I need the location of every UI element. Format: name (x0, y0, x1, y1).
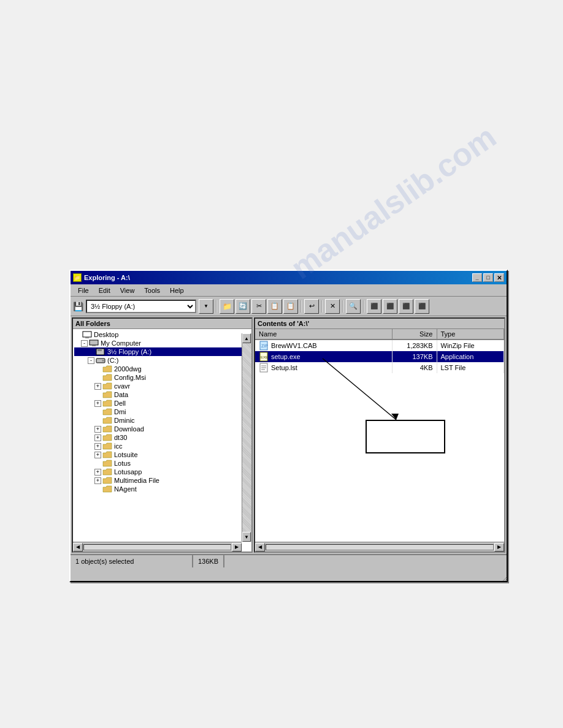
tree-item-multimediafile[interactable]: + Multimedia File (74, 476, 250, 485)
folder-icon-multimediafile (102, 477, 112, 484)
folder-panel-header: All Folders (73, 319, 251, 329)
right-hscroll-right-btn[interactable]: ▶ (494, 543, 504, 552)
tree-item-configmsi[interactable]: Config.Msi (74, 373, 250, 382)
folder-icon-icc (102, 442, 112, 450)
tree-label-configmsi: Config.Msi (114, 374, 146, 381)
toolbar-view-btn4[interactable]: ⬛ (415, 299, 429, 314)
tree-item-data[interactable]: Data (74, 390, 250, 399)
folder-icon-2000dwg (102, 365, 112, 373)
tree-item-mycomputer[interactable]: - My Computer (74, 339, 250, 347)
tree-item-nagent[interactable]: NAgent (74, 485, 250, 493)
tree-item-dt30[interactable]: + dt30 (74, 433, 250, 442)
tree-item-lotusapp[interactable]: + Lotusapp (74, 468, 250, 476)
toolbar-undo-btn[interactable]: ↩ (304, 299, 319, 314)
tree-item-cdrive[interactable]: - (C:) (74, 356, 250, 365)
tree-label-dt30: dt30 (114, 434, 127, 441)
right-hscroll-left-btn[interactable]: ◀ (255, 543, 265, 552)
tree-item-desktop[interactable]: Desktop (74, 330, 250, 339)
tree-label-lotsuite: Lotsuite (114, 451, 138, 458)
explorer-icon: 📁 (73, 273, 82, 282)
menu-tools[interactable]: Tools (139, 286, 165, 295)
resize-grip[interactable] (497, 571, 507, 581)
tree-item-dminic[interactable]: Dminic (74, 416, 250, 425)
expand-icc[interactable]: + (94, 443, 101, 450)
tree-item-dmi[interactable]: Dmi (74, 408, 250, 416)
col-header-name[interactable]: Name (255, 329, 392, 339)
svg-rect-2 (90, 340, 98, 345)
toolbar-paste-btn[interactable]: 📋 (283, 299, 298, 314)
expand-download[interactable]: + (94, 426, 101, 433)
tree-label-nagent: NAgent (114, 485, 137, 493)
minimize-button[interactable]: _ (472, 273, 482, 282)
toolbar-refresh-btn[interactable]: 🔄 (236, 299, 250, 314)
file-row-brewwv1[interactable]: ZIP BrewWV1.CAB 1,283KB WinZip File (255, 339, 504, 351)
svg-line-19 (505, 579, 507, 581)
toolbar-separator-4 (342, 300, 343, 313)
svg-text:ZIP: ZIP (261, 344, 268, 348)
expand-dell[interactable]: + (94, 400, 101, 407)
tree-label-cvavr: cvavr (114, 382, 130, 390)
tree-item-dell[interactable]: + Dell (74, 399, 250, 408)
expand-dt30[interactable]: + (94, 434, 101, 441)
close-button[interactable]: ✕ (494, 273, 504, 282)
desktop-icon (82, 331, 92, 338)
tree-item-cvavr[interactable]: + cvavr (74, 382, 250, 390)
expand-cvavr[interactable]: + (94, 383, 101, 390)
menu-help[interactable]: Help (165, 286, 189, 295)
left-vscroll-up-btn[interactable]: ▲ (242, 333, 251, 343)
left-vscroll-down-btn[interactable]: ▼ (242, 532, 251, 542)
status-selected: 1 object(s) selected (71, 555, 193, 567)
left-panel-hscrollbar[interactable]: ◀ ▶ (73, 542, 242, 552)
tree-label-floppy: 3½ Floppy (A:) (107, 348, 151, 355)
menu-view[interactable]: View (115, 286, 140, 295)
left-panel-vscrollbar: ▲ ▼ (242, 333, 251, 542)
expand-lotsuite[interactable]: + (94, 452, 101, 458)
file-row-setuplst[interactable]: Setup.lst 4KB LST File (255, 362, 504, 373)
tree-item-icc[interactable]: + icc (74, 442, 250, 450)
left-hscroll-left-btn[interactable]: ◀ (73, 543, 83, 552)
dropdown-arrow-button[interactable]: ▼ (199, 299, 213, 314)
menu-edit[interactable]: Edit (94, 286, 115, 295)
left-hscroll-right-btn[interactable]: ▶ (232, 543, 242, 552)
folder-icon-lotus (102, 460, 112, 467)
toolbar-copy-btn[interactable]: 📋 (267, 299, 282, 314)
maximize-button[interactable]: □ (483, 273, 493, 282)
file-type-setupexe: Application (437, 351, 504, 362)
folder-tree: Desktop - My Computer (73, 329, 251, 547)
svg-rect-0 (83, 332, 91, 337)
tree-item-lotus[interactable]: Lotus (74, 459, 250, 468)
toolbar-search-btn[interactable]: 🔍 (346, 299, 361, 314)
toolbar-view-btn2[interactable]: ⬛ (383, 299, 397, 314)
col-header-size[interactable]: Size (392, 329, 437, 339)
tree-item-2000dwg[interactable]: 2000dwg (74, 365, 250, 373)
expand-multimediafile[interactable]: + (94, 477, 101, 484)
toolbar-view-btn3[interactable]: ⬛ (399, 299, 413, 314)
svg-line-18 (503, 577, 507, 581)
toolbar-cut-btn[interactable]: ✂ (251, 299, 266, 314)
file-panel-header: Contents of 'A:\' (255, 319, 504, 329)
tree-label-multimediafile: Multimedia File (114, 477, 159, 484)
floppy-icon (96, 348, 105, 355)
toolbar-view-btn1[interactable]: ⬛ (367, 299, 381, 314)
expand-lotusapp[interactable]: + (94, 469, 101, 476)
zip-file-icon: ZIP (259, 341, 269, 351)
toolbar-folder-btn[interactable]: 📁 (220, 299, 234, 314)
toolbar-separator-5 (363, 300, 364, 313)
expand-cdrive[interactable]: - (88, 357, 94, 364)
svg-rect-1 (85, 337, 89, 338)
svg-rect-5 (98, 349, 102, 351)
right-hscroll-track (266, 544, 494, 550)
tree-item-lotsuite[interactable]: + Lotsuite (74, 450, 250, 459)
tree-label-dmi: Dmi (114, 408, 126, 415)
address-select[interactable]: 3½ Floppy (A:) (86, 300, 196, 313)
file-row-setupexe[interactable]: EXE setup.exe 137KB Application (255, 351, 504, 362)
tree-label-dell: Dell (114, 400, 126, 407)
file-table: Name Size Type ZIP (255, 329, 504, 373)
file-panel: Contents of 'A:\' Name Size Type (254, 317, 505, 553)
tree-item-download[interactable]: + Download (74, 425, 250, 433)
col-header-type[interactable]: Type (437, 329, 504, 339)
expand-mycomputer[interactable]: - (81, 340, 88, 347)
menu-file[interactable]: File (73, 286, 94, 295)
toolbar-delete-btn[interactable]: ✕ (325, 299, 340, 314)
tree-item-floppy[interactable]: 3½ Floppy (A:) (74, 347, 250, 356)
